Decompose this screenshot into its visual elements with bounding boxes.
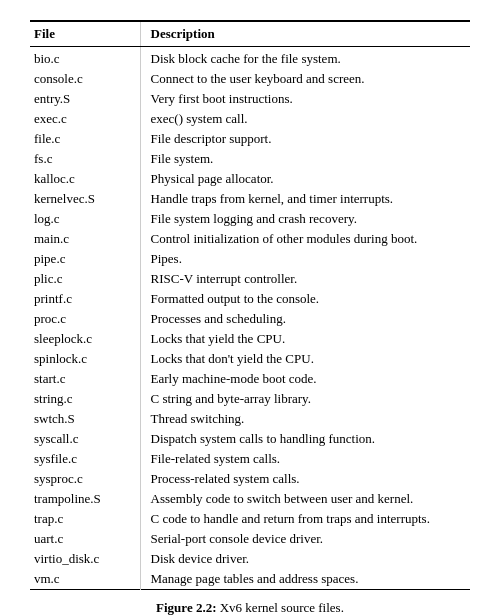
table-row: spinlock.cLocks that don't yield the CPU…	[30, 349, 470, 369]
description-cell: Connect to the user keyboard and screen.	[140, 69, 470, 89]
table-row: proc.cProcesses and scheduling.	[30, 309, 470, 329]
table-row: bio.cDisk block cache for the file syste…	[30, 47, 470, 70]
file-cell: fs.c	[30, 149, 140, 169]
description-cell: Very first boot instructions.	[140, 89, 470, 109]
description-cell: File descriptor support.	[140, 129, 470, 149]
description-cell: Assembly code to switch between user and…	[140, 489, 470, 509]
table-row: swtch.SThread switching.	[30, 409, 470, 429]
table-row: log.cFile system logging and crash recov…	[30, 209, 470, 229]
file-cell: syscall.c	[30, 429, 140, 449]
file-cell: pipe.c	[30, 249, 140, 269]
description-cell: Control initialization of other modules …	[140, 229, 470, 249]
table-row: file.cFile descriptor support.	[30, 129, 470, 149]
description-cell: Handle traps from kernel, and timer inte…	[140, 189, 470, 209]
file-cell: bio.c	[30, 47, 140, 70]
table-row: kernelvec.SHandle traps from kernel, and…	[30, 189, 470, 209]
table-row: fs.cFile system.	[30, 149, 470, 169]
file-cell: printf.c	[30, 289, 140, 309]
table-row: start.cEarly machine-mode boot code.	[30, 369, 470, 389]
file-cell: swtch.S	[30, 409, 140, 429]
file-cell: kalloc.c	[30, 169, 140, 189]
description-cell: Dispatch system calls to handling functi…	[140, 429, 470, 449]
file-column-header: File	[30, 21, 140, 47]
description-cell: Thread switching.	[140, 409, 470, 429]
figure-caption: Figure 2.2: Xv6 kernel source files.	[30, 600, 470, 615]
description-cell: Formatted output to the console.	[140, 289, 470, 309]
file-cell: uart.c	[30, 529, 140, 549]
description-cell: Physical page allocator.	[140, 169, 470, 189]
file-cell: sleeplock.c	[30, 329, 140, 349]
file-cell: plic.c	[30, 269, 140, 289]
file-cell: vm.c	[30, 569, 140, 590]
table-row: printf.cFormatted output to the console.	[30, 289, 470, 309]
table-row: sleeplock.cLocks that yield the CPU.	[30, 329, 470, 349]
file-cell: kernelvec.S	[30, 189, 140, 209]
table-row: main.cControl initialization of other mo…	[30, 229, 470, 249]
description-cell: Pipes.	[140, 249, 470, 269]
description-cell: Locks that don't yield the CPU.	[140, 349, 470, 369]
description-cell: Serial-port console device driver.	[140, 529, 470, 549]
file-cell: start.c	[30, 369, 140, 389]
table-row: exec.cexec() system call.	[30, 109, 470, 129]
table-row: trap.cC code to handle and return from t…	[30, 509, 470, 529]
table-row: sysfile.cFile-related system calls.	[30, 449, 470, 469]
table-row: string.cC string and byte-array library.	[30, 389, 470, 409]
table-row: plic.cRISC-V interrupt controller.	[30, 269, 470, 289]
file-cell: exec.c	[30, 109, 140, 129]
description-cell: File system.	[140, 149, 470, 169]
file-cell: string.c	[30, 389, 140, 409]
file-cell: main.c	[30, 229, 140, 249]
description-cell: exec() system call.	[140, 109, 470, 129]
table-row: syscall.cDispatch system calls to handli…	[30, 429, 470, 449]
table-row: uart.cSerial-port console device driver.	[30, 529, 470, 549]
description-column-header: Description	[140, 21, 470, 47]
description-cell: Disk block cache for the file system.	[140, 47, 470, 70]
table-row: vm.cManage page tables and address space…	[30, 569, 470, 590]
file-cell: trampoline.S	[30, 489, 140, 509]
description-cell: C string and byte-array library.	[140, 389, 470, 409]
description-cell: Early machine-mode boot code.	[140, 369, 470, 389]
description-cell: Locks that yield the CPU.	[140, 329, 470, 349]
table-row: pipe.cPipes.	[30, 249, 470, 269]
file-cell: trap.c	[30, 509, 140, 529]
file-cell: virtio_disk.c	[30, 549, 140, 569]
table-row: sysproc.cProcess-related system calls.	[30, 469, 470, 489]
table-row: console.cConnect to the user keyboard an…	[30, 69, 470, 89]
file-cell: proc.c	[30, 309, 140, 329]
caption-text: Xv6 kernel source files.	[220, 600, 344, 615]
table-row: trampoline.SAssembly code to switch betw…	[30, 489, 470, 509]
description-cell: Process-related system calls.	[140, 469, 470, 489]
file-cell: sysfile.c	[30, 449, 140, 469]
description-cell: File system logging and crash recovery.	[140, 209, 470, 229]
caption-label: Figure 2.2:	[156, 600, 216, 615]
description-cell: RISC-V interrupt controller.	[140, 269, 470, 289]
file-cell: console.c	[30, 69, 140, 89]
description-cell: File-related system calls.	[140, 449, 470, 469]
file-cell: file.c	[30, 129, 140, 149]
file-cell: spinlock.c	[30, 349, 140, 369]
description-cell: C code to handle and return from traps a…	[140, 509, 470, 529]
table-row: kalloc.cPhysical page allocator.	[30, 169, 470, 189]
table-row: entry.SVery first boot instructions.	[30, 89, 470, 109]
description-cell: Processes and scheduling.	[140, 309, 470, 329]
description-cell: Disk device driver.	[140, 549, 470, 569]
kernel-files-table: File Description bio.cDisk block cache f…	[30, 20, 470, 590]
table-row: virtio_disk.cDisk device driver.	[30, 549, 470, 569]
file-cell: sysproc.c	[30, 469, 140, 489]
file-cell: log.c	[30, 209, 140, 229]
description-cell: Manage page tables and address spaces.	[140, 569, 470, 590]
file-cell: entry.S	[30, 89, 140, 109]
